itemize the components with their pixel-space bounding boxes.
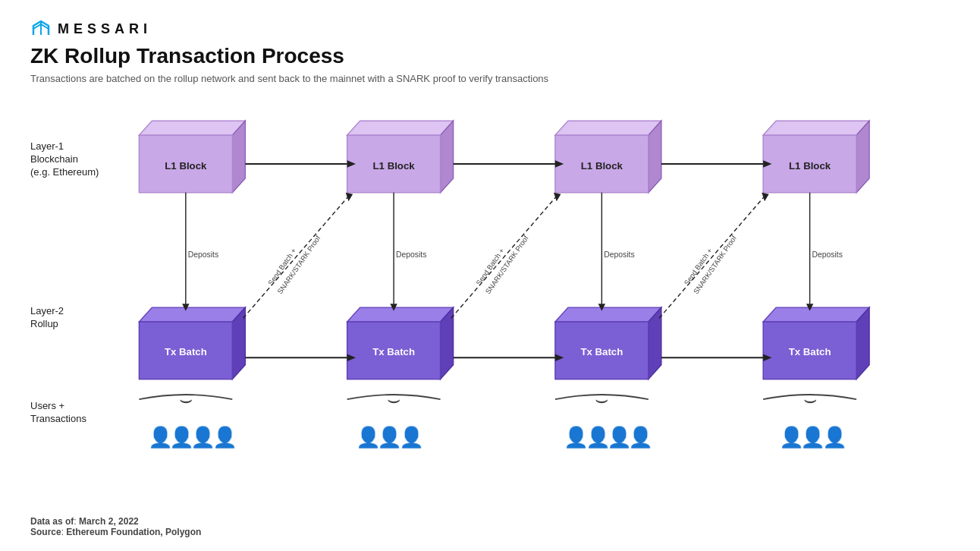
logo-area: MESSARI: [30, 18, 950, 39]
svg-marker-62: [554, 193, 561, 201]
data-as-of-value: March 2, 2022: [79, 516, 139, 527]
svg-text:Tx Batch: Tx Batch: [789, 346, 831, 357]
page-title: ZK Rollup Transaction Process: [30, 44, 950, 68]
footer-source-line: Source: Ethereum Foundation, Polygon: [30, 527, 201, 537]
l1-block-2: L1 Block: [347, 121, 454, 193]
svg-marker-35: [763, 307, 869, 322]
main-container: MESSARI ZK Rollup Transaction Process Tr…: [0, 0, 980, 551]
svg-text:⌣: ⌣: [803, 387, 817, 411]
svg-text:⌣: ⌣: [595, 387, 608, 411]
l1-block-4: L1 Block: [763, 121, 869, 193]
page-subtitle: Transactions are batched on the rollup n…: [30, 73, 950, 84]
data-as-of-label: Data as of: [30, 516, 74, 527]
svg-marker-13: [763, 121, 869, 135]
svg-text:L1 Block: L1 Block: [789, 160, 831, 172]
svg-text:L1 Block: L1 Block: [373, 160, 416, 172]
svg-text:Deposits: Deposits: [812, 250, 842, 259]
svg-marker-27: [347, 307, 454, 322]
svg-marker-66: [762, 193, 768, 201]
l2-block-3: Tx Batch: [555, 307, 661, 379]
l1-block-1: L1 Block: [139, 121, 245, 193]
svg-text:👤: 👤: [212, 425, 238, 449]
svg-text:Deposits: Deposits: [396, 250, 426, 259]
label-l1: Layer-1Blockchain(e.g. Ethereum): [30, 140, 114, 179]
diagram: Layer-1Blockchain(e.g. Ethereum) Layer-2…: [30, 96, 950, 468]
svg-text:L1 Block: L1 Block: [165, 160, 207, 172]
svg-marker-58: [346, 193, 353, 201]
svg-marker-31: [555, 307, 661, 322]
l2-block-1: Tx Batch: [139, 307, 245, 379]
messari-logo-icon: [30, 18, 52, 39]
svg-line-61: [451, 197, 557, 319]
footer: Data as of: March 2, 2022 Source: Ethere…: [30, 516, 201, 537]
svg-text:👤: 👤: [399, 425, 425, 449]
svg-text:👤: 👤: [628, 425, 654, 449]
logo-text: MESSARI: [58, 21, 152, 37]
svg-text:Tx Batch: Tx Batch: [372, 346, 415, 357]
svg-marker-1: [139, 121, 245, 135]
l2-block-2: Tx Batch: [347, 307, 454, 379]
svg-marker-23: [139, 307, 245, 322]
label-l2: Layer-2Rollup: [30, 305, 114, 331]
label-users: Users +Transactions: [30, 400, 114, 426]
svg-text:Tx Batch: Tx Batch: [580, 346, 623, 357]
svg-text:⌣: ⌣: [387, 387, 400, 411]
svg-line-65: [659, 197, 765, 319]
source-label: Source: [30, 527, 61, 537]
svg-marker-9: [555, 121, 661, 135]
l1-block-3: L1 Block: [555, 121, 661, 193]
svg-text:⌣: ⌣: [179, 387, 193, 411]
svg-marker-5: [347, 121, 454, 135]
footer-data-line: Data as of: March 2, 2022: [30, 516, 201, 527]
svg-text:Deposits: Deposits: [604, 250, 634, 259]
svg-text:L1 Block: L1 Block: [581, 160, 623, 172]
diagram-svg: L1 Block L1 Block L1 Block L1: [118, 96, 950, 468]
svg-text:👤: 👤: [822, 425, 848, 449]
svg-text:Deposits: Deposits: [188, 250, 218, 259]
source-value: Ethereum Foundation, Polygon: [66, 527, 201, 537]
l2-block-4: Tx Batch: [763, 307, 869, 379]
svg-line-57: [243, 197, 348, 319]
svg-text:Tx Batch: Tx Batch: [165, 346, 207, 357]
